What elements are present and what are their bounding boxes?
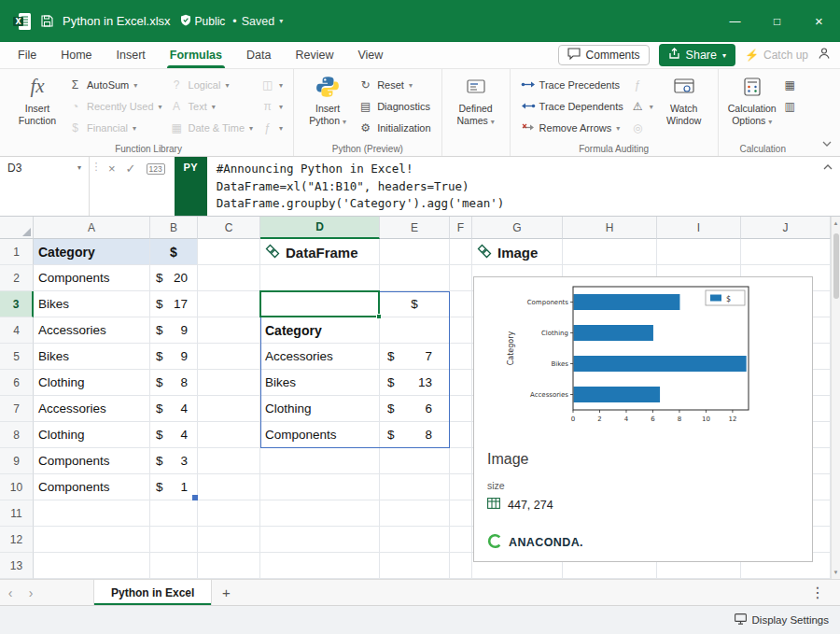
more-functions-button[interactable]: ƒ ▾ [257,118,287,138]
cell-C6[interactable] [198,370,260,396]
cell-B6[interactable]: $8 [150,370,198,396]
share-button[interactable]: Share ▾ [659,44,735,66]
close-button[interactable]: × [798,0,840,42]
row-header-6[interactable]: 6 [0,370,34,396]
cell-C2[interactable] [198,265,260,291]
cell-D7[interactable]: Clothing [260,396,380,422]
tab-data[interactable]: Data [234,42,283,68]
column-header-I[interactable]: I [657,217,741,239]
column-header-C[interactable]: C [198,217,260,239]
image-object-label[interactable]: Image [477,239,538,265]
cell-B12[interactable] [150,527,198,553]
cell-F8[interactable] [450,422,472,448]
save-status[interactable]: • Saved ▾ [232,15,283,28]
enter-icon[interactable]: ✓ [126,162,136,176]
cell-E10[interactable] [380,474,450,500]
trace-dependents-button[interactable]: Trace Dependents [517,96,627,117]
cell-A12[interactable] [34,527,150,553]
cell-E13[interactable] [380,553,450,579]
cell-F12[interactable] [450,527,472,553]
row-header-8[interactable]: 8 [0,422,34,448]
tab-home[interactable]: Home [49,42,104,68]
cell-D9[interactable] [260,448,380,474]
column-header-F[interactable]: F [450,217,472,239]
row-header-1[interactable]: 1 [0,239,34,265]
cell-E1[interactable] [380,239,450,265]
sheet-nav-left-icon[interactable]: ‹ [0,580,21,605]
image-card[interactable]: ComponentsClothingBikesAccessories024681… [473,276,813,562]
column-header-J[interactable]: J [741,217,831,239]
cell-F1[interactable] [450,239,472,265]
cell-A6[interactable]: Clothing [34,370,150,396]
cell-B1[interactable]: $ [150,239,198,265]
cell-A8[interactable]: Clothing [34,422,150,448]
cell-D4[interactable]: Category [260,317,380,344]
cell-B3[interactable]: $17 [150,291,198,317]
evaluate-formula-button[interactable]: ◎ [627,118,657,138]
cell-C10[interactable] [198,474,260,500]
cell-D10[interactable] [260,474,380,500]
watch-window-button[interactable]: Watch Window [657,72,711,126]
column-header-A[interactable]: A [34,217,150,239]
formula-bar-handle[interactable]: ⋮ [90,157,103,216]
cell-C11[interactable] [198,500,260,527]
reset-button[interactable]: ↻ Reset ▾ [355,75,434,95]
cell-B7[interactable]: $4 [150,396,198,422]
cell-F13[interactable] [450,553,472,579]
cell-E3[interactable]: $ [380,291,450,317]
defined-names-button[interactable]: Defined Names ▾ [449,72,503,126]
cell-B11[interactable] [150,500,198,527]
remove-arrows-button[interactable]: Remove Arrows ▾ [517,118,627,138]
cell-C1[interactable] [198,239,260,265]
cell-E4[interactable] [380,317,450,344]
calculate-sheet-button[interactable]: ▥ [779,96,801,117]
column-header-H[interactable]: H [563,217,657,239]
tab-review[interactable]: Review [283,42,345,68]
autosum-button[interactable]: Σ AutoSum ▾ [64,75,166,95]
row-header-12[interactable]: 12 [0,527,34,553]
cell-B10[interactable]: $1 [150,474,198,500]
collapse-formula-bar-button[interactable] [816,157,840,216]
diagnostics-button[interactable]: ▤ Diagnostics [355,96,434,117]
tab-file[interactable]: File [6,42,49,68]
cell-E11[interactable] [380,500,450,527]
row-header-4[interactable]: 4 [0,317,34,344]
row-header-3[interactable]: 3 [0,291,34,317]
comments-button[interactable]: Comments [558,45,650,65]
cell-A2[interactable]: Components [34,265,150,291]
catch-up-button[interactable]: ⚡ Catch up [745,49,808,62]
sheet-nav-right-icon[interactable]: › [21,580,41,605]
show-formulas-button[interactable]: ƒ [627,75,657,95]
column-header-E[interactable]: E [380,217,450,239]
cell-B9[interactable]: $3 [150,448,198,474]
name-box[interactable]: D3 ▾ [0,157,90,216]
trace-precedents-button[interactable]: Trace Precedents [517,75,627,95]
cell-B4[interactable]: $9 [150,317,198,344]
cell-J1[interactable] [741,239,831,265]
sheet-bar-options-icon[interactable]: ⋮ [810,580,840,605]
cell-A5[interactable]: Bikes [34,344,150,370]
recently-used-button[interactable]: ◔ Recently Used ▾ [64,96,166,117]
dataframe-object-label[interactable]: DataFrame [265,239,358,265]
cell-E2[interactable] [380,265,450,291]
minimize-button[interactable]: — [714,0,756,42]
cell-D12[interactable] [260,527,380,553]
cell-A3[interactable]: Bikes [34,291,150,317]
row-header-9[interactable]: 9 [0,448,34,474]
cell-F10[interactable] [450,474,472,500]
cell-F3[interactable] [450,291,472,317]
row-header-7[interactable]: 7 [0,396,34,422]
cell-C4[interactable] [198,317,260,344]
cell-C5[interactable] [198,344,260,370]
column-header-G[interactable]: G [472,217,563,239]
cell-E12[interactable] [380,527,450,553]
cell-F2[interactable] [450,265,472,291]
cell-D5[interactable]: Accessories [260,344,380,370]
cell-E7[interactable]: $6 [380,396,450,422]
text-button[interactable]: A Text ▾ [166,96,258,117]
cell-C12[interactable] [198,527,260,553]
add-sheet-button[interactable]: + [212,580,240,605]
cell-A9[interactable]: Components [34,448,150,474]
cell-C8[interactable] [198,422,260,448]
column-header-D[interactable]: D [260,217,380,239]
